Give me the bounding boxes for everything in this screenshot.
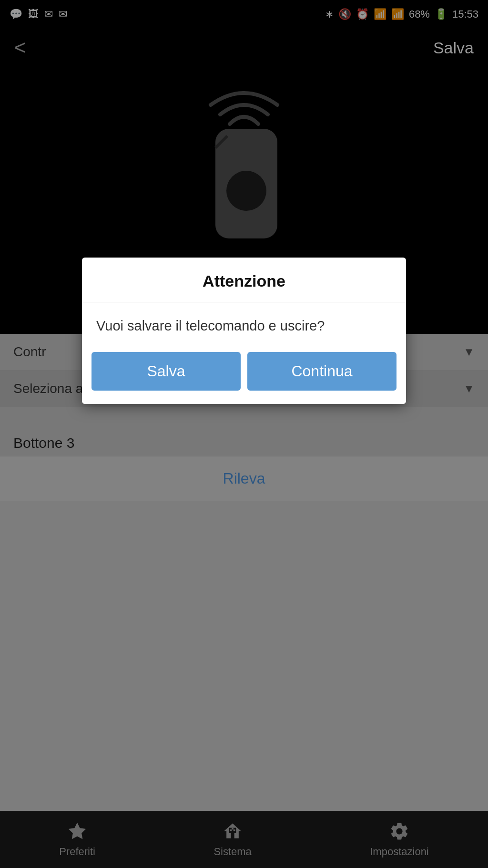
dialog: Attenzione Vuoi salvare il telecomando e…	[82, 258, 406, 404]
dialog-buttons: Salva Continua	[82, 341, 406, 404]
dialog-body: Vuoi salvare il telecomando e uscire?	[82, 302, 406, 341]
dialog-save-button[interactable]: Salva	[92, 352, 241, 391]
dialog-overlay: Attenzione Vuoi salvare il telecomando e…	[0, 0, 488, 868]
dialog-continue-button[interactable]: Continua	[247, 352, 396, 391]
dialog-title: Attenzione	[82, 258, 406, 302]
